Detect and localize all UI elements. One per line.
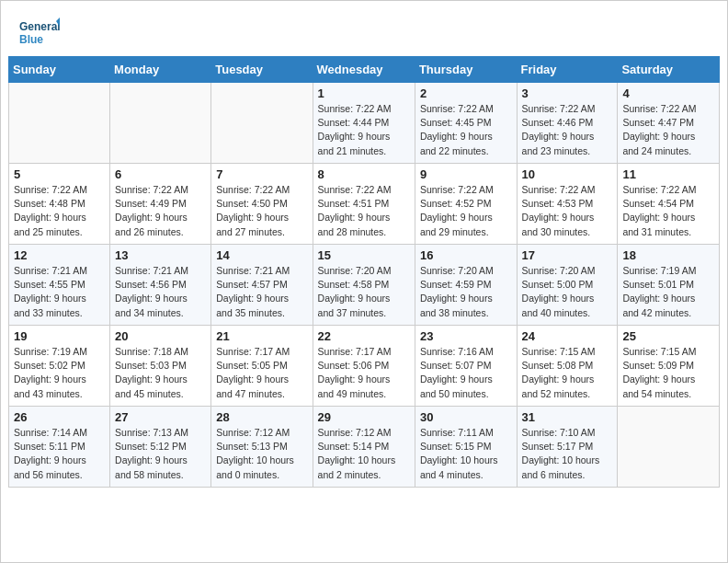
logo-svg: General Blue bbox=[19, 16, 60, 49]
calendar-header-row: SundayMondayTuesdayWednesdayThursdayFrid… bbox=[9, 57, 720, 83]
empty-day bbox=[211, 83, 313, 164]
day-header-tuesday: Tuesday bbox=[211, 57, 313, 83]
day-info: Sunrise: 7:21 AM Sunset: 4:57 PM Dayligh… bbox=[216, 264, 307, 320]
day-number: 5 bbox=[14, 167, 105, 181]
day-number: 28 bbox=[216, 410, 307, 424]
day-number: 2 bbox=[420, 86, 512, 100]
calendar-day-23: 23Sunrise: 7:16 AM Sunset: 5:07 PM Dayli… bbox=[415, 326, 517, 407]
day-info: Sunrise: 7:12 AM Sunset: 5:14 PM Dayligh… bbox=[318, 426, 410, 482]
calendar-day-20: 20Sunrise: 7:18 AM Sunset: 5:03 PM Dayli… bbox=[110, 326, 211, 407]
day-header-wednesday: Wednesday bbox=[313, 57, 415, 83]
calendar-week-2: 5Sunrise: 7:22 AM Sunset: 4:48 PM Daylig… bbox=[9, 164, 720, 245]
day-info: Sunrise: 7:15 AM Sunset: 5:09 PM Dayligh… bbox=[622, 345, 714, 401]
calendar-day-21: 21Sunrise: 7:17 AM Sunset: 5:05 PM Dayli… bbox=[211, 326, 313, 407]
day-number: 14 bbox=[216, 248, 307, 262]
day-number: 22 bbox=[318, 329, 410, 343]
day-number: 30 bbox=[420, 410, 512, 424]
day-info: Sunrise: 7:12 AM Sunset: 5:13 PM Dayligh… bbox=[216, 426, 307, 482]
day-info: Sunrise: 7:21 AM Sunset: 4:56 PM Dayligh… bbox=[115, 264, 206, 320]
day-info: Sunrise: 7:11 AM Sunset: 5:15 PM Dayligh… bbox=[420, 426, 512, 482]
day-number: 6 bbox=[115, 167, 206, 181]
svg-text:General: General bbox=[19, 20, 60, 33]
day-info: Sunrise: 7:18 AM Sunset: 5:03 PM Dayligh… bbox=[115, 345, 206, 401]
empty-day bbox=[618, 407, 720, 488]
empty-day bbox=[9, 83, 110, 164]
day-info: Sunrise: 7:15 AM Sunset: 5:08 PM Dayligh… bbox=[522, 345, 613, 401]
day-number: 19 bbox=[14, 329, 105, 343]
day-number: 3 bbox=[522, 86, 613, 100]
day-number: 13 bbox=[115, 248, 206, 262]
calendar-day-7: 7Sunrise: 7:22 AM Sunset: 4:50 PM Daylig… bbox=[211, 164, 313, 245]
day-info: Sunrise: 7:20 AM Sunset: 5:00 PM Dayligh… bbox=[522, 264, 613, 320]
calendar-day-27: 27Sunrise: 7:13 AM Sunset: 5:12 PM Dayli… bbox=[110, 407, 211, 488]
day-info: Sunrise: 7:13 AM Sunset: 5:12 PM Dayligh… bbox=[115, 426, 206, 482]
day-number: 27 bbox=[115, 410, 206, 424]
day-info: Sunrise: 7:17 AM Sunset: 5:06 PM Dayligh… bbox=[318, 345, 410, 401]
day-number: 16 bbox=[420, 248, 512, 262]
day-number: 29 bbox=[318, 410, 410, 424]
day-info: Sunrise: 7:22 AM Sunset: 4:46 PM Dayligh… bbox=[522, 102, 613, 158]
day-number: 18 bbox=[622, 248, 714, 262]
day-info: Sunrise: 7:22 AM Sunset: 4:52 PM Dayligh… bbox=[420, 183, 512, 239]
day-info: Sunrise: 7:22 AM Sunset: 4:50 PM Dayligh… bbox=[216, 183, 307, 239]
calendar-day-10: 10Sunrise: 7:22 AM Sunset: 4:53 PM Dayli… bbox=[517, 164, 618, 245]
calendar-week-3: 12Sunrise: 7:21 AM Sunset: 4:55 PM Dayli… bbox=[9, 245, 720, 326]
day-number: 4 bbox=[622, 86, 714, 100]
day-number: 17 bbox=[522, 248, 613, 262]
day-number: 11 bbox=[622, 167, 714, 181]
day-number: 20 bbox=[115, 329, 206, 343]
day-info: Sunrise: 7:19 AM Sunset: 5:01 PM Dayligh… bbox=[622, 264, 714, 320]
day-info: Sunrise: 7:22 AM Sunset: 4:48 PM Dayligh… bbox=[14, 183, 105, 239]
day-number: 9 bbox=[420, 167, 512, 181]
calendar-day-6: 6Sunrise: 7:22 AM Sunset: 4:49 PM Daylig… bbox=[110, 164, 211, 245]
calendar-day-13: 13Sunrise: 7:21 AM Sunset: 4:56 PM Dayli… bbox=[110, 245, 211, 326]
calendar-day-11: 11Sunrise: 7:22 AM Sunset: 4:54 PM Dayli… bbox=[618, 164, 720, 245]
day-header-thursday: Thursday bbox=[415, 57, 517, 83]
day-number: 31 bbox=[522, 410, 613, 424]
svg-text:Blue: Blue bbox=[19, 33, 43, 46]
calendar-table: SundayMondayTuesdayWednesdayThursdayFrid… bbox=[8, 56, 720, 488]
day-number: 12 bbox=[14, 248, 105, 262]
calendar-day-29: 29Sunrise: 7:12 AM Sunset: 5:14 PM Dayli… bbox=[313, 407, 415, 488]
calendar-day-9: 9Sunrise: 7:22 AM Sunset: 4:52 PM Daylig… bbox=[415, 164, 517, 245]
day-number: 8 bbox=[318, 167, 410, 181]
day-info: Sunrise: 7:14 AM Sunset: 5:11 PM Dayligh… bbox=[14, 426, 105, 482]
calendar-day-16: 16Sunrise: 7:20 AM Sunset: 4:59 PM Dayli… bbox=[415, 245, 517, 326]
calendar-day-26: 26Sunrise: 7:14 AM Sunset: 5:11 PM Dayli… bbox=[9, 407, 110, 488]
calendar-day-18: 18Sunrise: 7:19 AM Sunset: 5:01 PM Dayli… bbox=[618, 245, 720, 326]
calendar-day-17: 17Sunrise: 7:20 AM Sunset: 5:00 PM Dayli… bbox=[517, 245, 618, 326]
day-info: Sunrise: 7:22 AM Sunset: 4:49 PM Dayligh… bbox=[115, 183, 206, 239]
empty-day bbox=[110, 83, 211, 164]
day-header-friday: Friday bbox=[517, 57, 618, 83]
day-number: 10 bbox=[522, 167, 613, 181]
calendar-day-31: 31Sunrise: 7:10 AM Sunset: 5:17 PM Dayli… bbox=[517, 407, 618, 488]
day-info: Sunrise: 7:19 AM Sunset: 5:02 PM Dayligh… bbox=[14, 345, 105, 401]
day-info: Sunrise: 7:22 AM Sunset: 4:47 PM Dayligh… bbox=[622, 102, 714, 158]
day-info: Sunrise: 7:20 AM Sunset: 4:59 PM Dayligh… bbox=[420, 264, 512, 320]
day-info: Sunrise: 7:17 AM Sunset: 5:05 PM Dayligh… bbox=[216, 345, 307, 401]
day-number: 7 bbox=[216, 167, 307, 181]
day-header-monday: Monday bbox=[110, 57, 211, 83]
calendar-day-12: 12Sunrise: 7:21 AM Sunset: 4:55 PM Dayli… bbox=[9, 245, 110, 326]
calendar-day-28: 28Sunrise: 7:12 AM Sunset: 5:13 PM Dayli… bbox=[211, 407, 313, 488]
logo: General Blue bbox=[19, 16, 60, 49]
calendar-day-3: 3Sunrise: 7:22 AM Sunset: 4:46 PM Daylig… bbox=[517, 83, 618, 164]
day-number: 1 bbox=[318, 86, 410, 100]
day-info: Sunrise: 7:20 AM Sunset: 4:58 PM Dayligh… bbox=[318, 264, 410, 320]
calendar-day-19: 19Sunrise: 7:19 AM Sunset: 5:02 PM Dayli… bbox=[9, 326, 110, 407]
page-header: General Blue bbox=[1, 1, 727, 56]
day-number: 15 bbox=[318, 248, 410, 262]
day-info: Sunrise: 7:22 AM Sunset: 4:54 PM Dayligh… bbox=[622, 183, 714, 239]
calendar-day-4: 4Sunrise: 7:22 AM Sunset: 4:47 PM Daylig… bbox=[618, 83, 720, 164]
day-header-saturday: Saturday bbox=[618, 57, 720, 83]
calendar-day-1: 1Sunrise: 7:22 AM Sunset: 4:44 PM Daylig… bbox=[313, 83, 415, 164]
calendar-day-30: 30Sunrise: 7:11 AM Sunset: 5:15 PM Dayli… bbox=[415, 407, 517, 488]
day-info: Sunrise: 7:22 AM Sunset: 4:51 PM Dayligh… bbox=[318, 183, 410, 239]
day-number: 23 bbox=[420, 329, 512, 343]
calendar-week-1: 1Sunrise: 7:22 AM Sunset: 4:44 PM Daylig… bbox=[9, 83, 720, 164]
calendar-day-14: 14Sunrise: 7:21 AM Sunset: 4:57 PM Dayli… bbox=[211, 245, 313, 326]
day-info: Sunrise: 7:22 AM Sunset: 4:53 PM Dayligh… bbox=[522, 183, 613, 239]
day-info: Sunrise: 7:10 AM Sunset: 5:17 PM Dayligh… bbox=[522, 426, 613, 482]
calendar-day-22: 22Sunrise: 7:17 AM Sunset: 5:06 PM Dayli… bbox=[313, 326, 415, 407]
calendar-week-5: 26Sunrise: 7:14 AM Sunset: 5:11 PM Dayli… bbox=[9, 407, 720, 488]
